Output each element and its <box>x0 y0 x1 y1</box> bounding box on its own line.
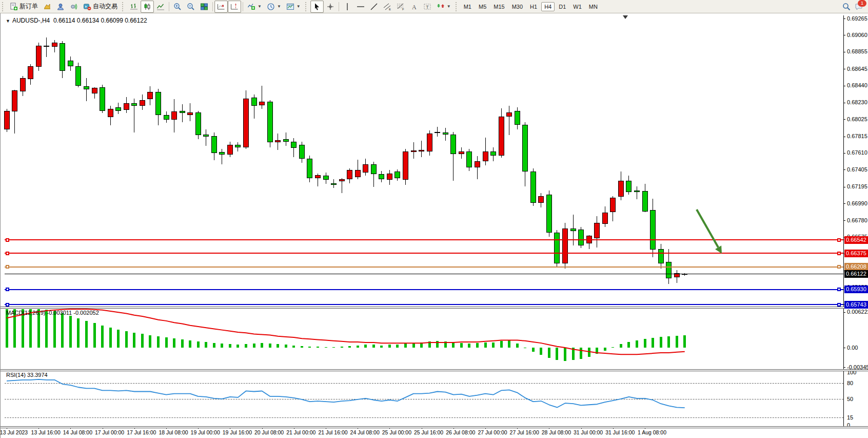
line-handle[interactable] <box>6 265 9 269</box>
macd-histogram-bar <box>596 348 598 354</box>
line-handle[interactable] <box>6 303 9 307</box>
current-price-line <box>5 274 843 274</box>
candle-body <box>203 135 209 137</box>
macd-histogram-bar <box>125 331 128 348</box>
candle-body <box>530 172 536 202</box>
time-tick-label: 31 Jul 00:00 <box>574 429 603 435</box>
line-handle[interactable] <box>6 252 9 255</box>
templates-button[interactable]: ▼ <box>284 1 303 13</box>
navigator-button[interactable] <box>54 1 67 13</box>
templates-icon <box>286 3 294 11</box>
line-price-badge: 0.65743 <box>844 301 868 309</box>
collapse-triangle-icon[interactable]: ▼ <box>6 18 10 24</box>
line-handle[interactable] <box>837 288 841 291</box>
chart-canvas[interactable]: ▼AUDUSD-,H4 0.66114 0.66134 0.66099 0.66… <box>1 13 868 438</box>
chart-shift-button[interactable] <box>228 1 241 13</box>
fibonacci-tool-button[interactable]: F <box>394 1 407 13</box>
text-tool-button[interactable]: A <box>407 1 421 13</box>
candle-body <box>235 145 241 147</box>
price-tick-label: 0.68230 <box>847 99 867 105</box>
timeframe-button-h4[interactable]: H4 <box>541 2 555 11</box>
horizontal-line-tool-button[interactable] <box>354 1 367 13</box>
trendline-tool-button[interactable] <box>367 1 381 13</box>
text-label-tool-button[interactable]: T <box>421 1 434 13</box>
dropdown-caret: ▼ <box>258 4 262 9</box>
vertical-line-tool-button[interactable] <box>341 1 354 13</box>
horizontal-line-object[interactable] <box>5 289 843 290</box>
macd-histogram-bar <box>325 347 327 348</box>
timeframe-button-w1[interactable]: W1 <box>570 2 585 11</box>
toolbar-grip[interactable] <box>122 2 126 11</box>
arrow-annotation[interactable] <box>1 13 868 438</box>
timeframe-button-m1[interactable]: M1 <box>461 2 475 11</box>
timeframe-button-h1[interactable]: H1 <box>527 2 540 11</box>
crosshair-tool-button[interactable] <box>324 1 337 13</box>
svg-text:T: T <box>426 4 429 9</box>
macd-histogram-bar <box>556 348 558 360</box>
chart-shift-marker[interactable] <box>623 15 628 19</box>
auto-trading-button[interactable]: 自动交易 <box>81 1 120 13</box>
market-watch-button[interactable] <box>41 1 54 13</box>
toolbar-grip[interactable] <box>2 2 6 11</box>
rsi-tick-label: 50 <box>847 396 853 402</box>
line-chart-button[interactable] <box>154 1 167 13</box>
horizontal-line-object[interactable] <box>5 239 843 240</box>
arrows-tool-button[interactable]: ▼ <box>434 1 453 13</box>
macd-histogram-bar <box>372 345 375 348</box>
candle-body <box>658 249 664 263</box>
zoom-out-button[interactable] <box>184 1 198 13</box>
candle-body <box>275 140 281 143</box>
macd-histogram-bar <box>229 344 231 348</box>
panel-separator-main-macd[interactable] <box>1 307 868 309</box>
notifications-button[interactable]: 1 <box>855 3 863 11</box>
timeframe-group: M1M5M15M30H1H4D1W1MN <box>461 2 601 11</box>
tile-windows-button[interactable] <box>198 1 211 13</box>
bar-chart-button[interactable] <box>127 1 141 13</box>
horizontal-line-object[interactable] <box>5 253 843 254</box>
horizontal-line-object[interactable] <box>5 304 843 305</box>
panel-separator-rsi-timeaxis[interactable] <box>1 426 868 428</box>
candle-body <box>339 179 345 182</box>
panel-separator-macd-rsi[interactable] <box>1 369 868 371</box>
crosshair-icon <box>326 3 334 11</box>
auto-scroll-button[interactable] <box>214 1 228 13</box>
line-handle[interactable] <box>6 238 9 242</box>
channel-tool-button[interactable]: E <box>381 1 394 13</box>
macd-indicator-label: MACD(12,26,9) -0.003011 -0.002052 <box>6 310 99 316</box>
toolbar-grip[interactable] <box>456 2 459 11</box>
rsi-tick-label: 15 <box>847 414 853 421</box>
zoom-in-button[interactable] <box>171 1 184 13</box>
price-tick-label: 0.67815 <box>847 133 867 139</box>
timeframe-button-m30[interactable]: M30 <box>509 2 526 11</box>
timeframe-button-d1[interactable]: D1 <box>556 2 569 11</box>
timeframe-button-m15[interactable]: M15 <box>490 2 507 11</box>
auto-trading-icon <box>83 3 91 11</box>
line-handle[interactable] <box>837 238 841 242</box>
candle-body <box>115 107 121 110</box>
line-handle[interactable] <box>837 265 841 269</box>
candlestick-chart-button[interactable] <box>141 1 154 13</box>
timeframe-button-m5[interactable]: M5 <box>476 2 489 11</box>
macd-histogram-bar <box>61 313 64 348</box>
macd-histogram-bar <box>93 323 96 348</box>
periods-button[interactable]: ▼ <box>264 1 284 13</box>
new-order-button[interactable]: 新订单 <box>7 1 41 13</box>
indicators-button[interactable]: ▼ <box>245 1 264 13</box>
candle-body <box>499 117 504 156</box>
rsi-level-line <box>5 383 843 384</box>
cursor-tool-button[interactable] <box>310 1 324 13</box>
timeframe-button-mn[interactable]: MN <box>586 2 601 11</box>
line-handle[interactable] <box>6 288 9 291</box>
horizontal-line-object[interactable] <box>5 266 843 268</box>
price-tick <box>843 103 845 103</box>
price-tick <box>843 52 845 52</box>
signals-button[interactable] <box>67 1 81 13</box>
candle-wick <box>206 129 206 146</box>
line-handle[interactable] <box>837 303 841 307</box>
candle-body <box>108 109 113 117</box>
toolbar-grip[interactable] <box>305 2 309 11</box>
search-icon[interactable] <box>842 3 851 11</box>
indicators-icon <box>247 3 255 11</box>
line-handle[interactable] <box>837 252 841 255</box>
macd-histogram-bar <box>420 342 423 348</box>
